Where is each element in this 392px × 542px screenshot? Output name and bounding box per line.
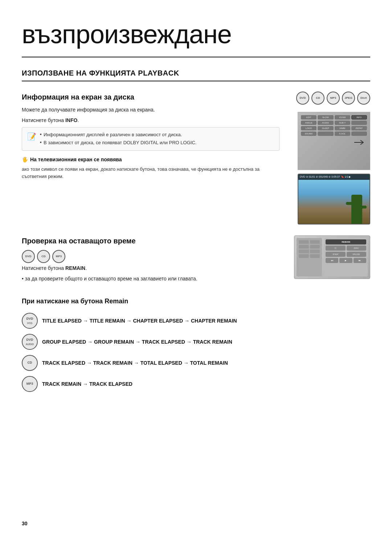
sequence-row-1: DVD VCD TITLE ELAPSED → TITLE REMAIN → C…: [22, 313, 370, 329]
remain-btn: REMAIN: [326, 239, 366, 244]
jpeg-icon: JPEG: [342, 92, 355, 105]
remote-right: REMAIN O DISC STEP PAUSE ⏮ ▶ ⏭: [324, 238, 368, 276]
rb2: SLOW: [318, 115, 333, 120]
disc-icons-row: DVD CD MP3 JPEG DivX: [296, 92, 370, 105]
seq-text-4: TRACK REMAIN → TRACK ELAPSED: [42, 380, 370, 388]
tv-bar: DVD ⊘ 01/01 ⊘ 001/040 ⊘ 0:05:37 🔖 1/1 ▶: [298, 174, 369, 180]
remain-right: REMAIN O DISC STEP PAUSE ⏮ ▶ ⏭: [290, 235, 370, 286]
note-item-1: Информационният дисплей е различен в зав…: [40, 131, 196, 138]
rb3: ZOOM: [335, 115, 350, 120]
seq-text-2: GROUP ELAPSED → GROUP REMAIN → TRACK ELA…: [42, 338, 370, 346]
rb11: DIMM: [335, 126, 350, 130]
tv-screen-label: На телевизионния екран се появява: [22, 156, 279, 163]
rb14: [318, 132, 333, 136]
info-arrow: [352, 139, 367, 146]
sequence-row-2: DVD AUDIO GROUP ELAPSED → GROUP REMAIN →…: [22, 334, 370, 350]
main-title: възпроизвеждане: [22, 15, 370, 54]
remain-press: Натиснете бутона REMAIN.: [22, 264, 279, 272]
rb9: LOGO: [301, 126, 317, 130]
seq-mp3-icon: MP3: [22, 376, 38, 392]
remain-mp3-icon: MP3: [52, 250, 65, 263]
sequence-row-3: CD TRACK ELAPSED → TRACK REMAIN → TOTAL …: [22, 355, 370, 371]
note-item-2: В зависимост от диска, се появяват DOLBY…: [40, 139, 196, 146]
tv-screenshot: DVD ⊘ 01/01 ⊘ 001/040 ⊘ 0:05:37 🔖 1/1 ▶: [298, 174, 370, 225]
sequence-row-4: MP3 TRACK REMAIN → TRACK ELAPSED: [22, 376, 370, 392]
remain-cd-icon: CD: [37, 250, 50, 263]
disk-info-left: Информация на екран за диска Можете да п…: [22, 92, 279, 225]
cactus: [351, 195, 362, 224]
rb16: [351, 132, 367, 136]
note-content: Информационният дисплей е различен в зав…: [40, 131, 196, 147]
remote-left: [297, 238, 322, 276]
disk-info-press: Натиснете бутона INFO.: [22, 117, 279, 124]
subsection2-title: Проверка на оставащото време: [22, 235, 279, 246]
cd-icon: CD: [311, 92, 324, 105]
seq-text-3: TRACK ELAPSED → TRACK REMAIN → TOTAL ELA…: [42, 359, 370, 367]
remain-left: Проверка на оставащото време DVD CD MP3 …: [22, 235, 279, 286]
prev-btn: ⏮: [326, 258, 338, 263]
button-press-section: При натискане на бутона Remain DVD VCD T…: [22, 296, 370, 392]
disk-info-section: Информация на екран за диска Можете да п…: [22, 92, 370, 225]
play-btn: ▶: [339, 258, 352, 263]
button-press-title: При натискане на бутона Remain: [22, 296, 370, 306]
seq-dvd-icon-2: DVD AUDIO: [22, 334, 38, 350]
info-button-label: INFO: [65, 117, 77, 123]
remain-disc-icons: DVD CD MP3: [22, 250, 279, 263]
mp3-icon: MP3: [327, 92, 340, 105]
rb8: [351, 121, 367, 125]
rb13: SOUND: [301, 132, 317, 136]
seq-dvd-icon-1: DVD VCD: [22, 313, 38, 329]
remote-image: EDIT SLOW ZOOM INFO ANGLE AUDIO SUB-T LO…: [298, 112, 370, 170]
remain-bullet: • за да проверите общото и оставащото вр…: [22, 275, 279, 283]
rb10: SLEEP: [318, 126, 333, 130]
rb15: S.VOL: [335, 132, 350, 136]
step-btn: STEP: [326, 252, 346, 257]
disc-btn: DISC: [347, 246, 367, 251]
pause-btn: PAUSE: [347, 252, 367, 257]
section-heading: ИЗПОЛЗВАНЕ НА ФУНКЦИЯТА PLAYBACK: [22, 68, 370, 81]
seq-cd-icon: CD: [22, 355, 38, 371]
divx-icon: DivX: [357, 92, 370, 105]
disk-info-description: Можете да получавате информация за диска…: [22, 106, 279, 114]
note-icon: 📝: [27, 131, 36, 147]
page-number: 30: [22, 520, 28, 527]
next-btn: ⏭: [354, 258, 366, 263]
rb1: EDIT: [301, 115, 317, 120]
seq-text-1: TITLE ELAPSED → TITLE REMAIN → CHAPTER E…: [42, 317, 370, 325]
rb-info: INFO: [351, 115, 367, 120]
disk-info-right: DVD CD MP3 JPEG DivX EDIT SLOW ZOOM INFO…: [290, 92, 370, 225]
rb12: REPAT: [351, 126, 367, 130]
remain-remote-image: REMAIN O DISC STEP PAUSE ⏮ ▶ ⏭: [294, 235, 370, 279]
remain-button-label: REMAIN: [65, 265, 85, 271]
note-box: 📝 Информационният дисплей е различен в з…: [22, 127, 279, 151]
rb6: AUDIO: [318, 121, 333, 125]
remain-section: Проверка на оставащото време DVD CD MP3 …: [22, 235, 370, 286]
rb7: SUB-T: [335, 121, 350, 125]
remain-dvd-icon: DVD: [22, 250, 35, 263]
rb5: ANGLE: [301, 121, 317, 125]
tv-screen-desc: ако този символ се появи на екран, докат…: [22, 166, 279, 180]
o-btn: O: [326, 246, 346, 251]
subsection1-title: Информация на екран за диска: [22, 92, 279, 102]
main-title-underline: [22, 57, 370, 57]
dvd-icon: DVD: [296, 92, 309, 105]
